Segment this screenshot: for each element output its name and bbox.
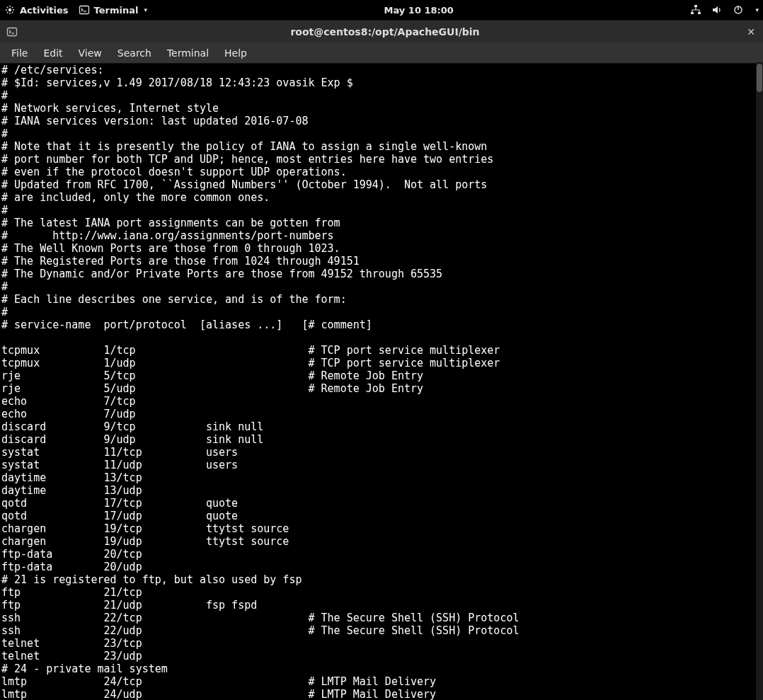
svg-line-7 bbox=[7, 12, 8, 13]
scrollbar-thumb[interactable] bbox=[757, 64, 762, 92]
window-close-button[interactable]: ✕ bbox=[745, 25, 757, 38]
gnome-topbar: Activities Terminal ▾ May 10 18:00 ▾ bbox=[0, 0, 763, 20]
menubar: File Edit View Search Terminal Help bbox=[0, 42, 763, 64]
svg-rect-12 bbox=[691, 12, 694, 14]
system-menu-chevron-icon[interactable]: ▾ bbox=[755, 6, 759, 13]
close-icon: ✕ bbox=[747, 26, 755, 38]
svg-rect-9 bbox=[79, 6, 88, 14]
titlebar-terminal-icon bbox=[6, 25, 18, 38]
window-title: root@centos8:/opt/ApacheGUI/bin bbox=[25, 26, 745, 38]
menu-file[interactable]: File bbox=[4, 45, 35, 62]
terminal-window: root@centos8:/opt/ApacheGUI/bin ✕ File E… bbox=[0, 20, 763, 700]
app-menu-button[interactable]: Terminal ▾ bbox=[79, 4, 147, 16]
svg-line-5 bbox=[7, 7, 8, 8]
volume-status-icon[interactable] bbox=[711, 4, 723, 16]
svg-rect-13 bbox=[698, 12, 701, 14]
menu-edit[interactable]: Edit bbox=[36, 45, 69, 62]
activities-button[interactable]: Activities bbox=[4, 4, 69, 16]
terminal-output[interactable]: # /etc/services: # $Id: services,v 1.49 … bbox=[0, 64, 763, 700]
app-menu-label: Terminal bbox=[94, 5, 139, 16]
svg-line-6 bbox=[12, 12, 13, 13]
clock-button[interactable]: May 10 18:00 bbox=[147, 5, 690, 16]
svg-line-8 bbox=[12, 7, 13, 8]
menu-terminal[interactable]: Terminal bbox=[160, 45, 216, 62]
svg-rect-11 bbox=[694, 5, 697, 7]
power-status-icon[interactable] bbox=[733, 4, 744, 16]
menu-help[interactable]: Help bbox=[217, 45, 254, 62]
menu-view[interactable]: View bbox=[71, 45, 109, 62]
window-titlebar[interactable]: root@centos8:/opt/ApacheGUI/bin ✕ bbox=[0, 20, 763, 42]
activities-icon bbox=[4, 4, 16, 16]
menu-search[interactable]: Search bbox=[110, 45, 159, 62]
svg-rect-16 bbox=[8, 28, 17, 35]
terminal-scrollbar[interactable] bbox=[756, 62, 763, 700]
terminal-app-icon bbox=[79, 4, 90, 16]
activities-label: Activities bbox=[20, 5, 69, 16]
clock-label: May 10 18:00 bbox=[384, 5, 454, 16]
network-status-icon[interactable] bbox=[690, 4, 701, 16]
svg-point-0 bbox=[8, 8, 11, 11]
